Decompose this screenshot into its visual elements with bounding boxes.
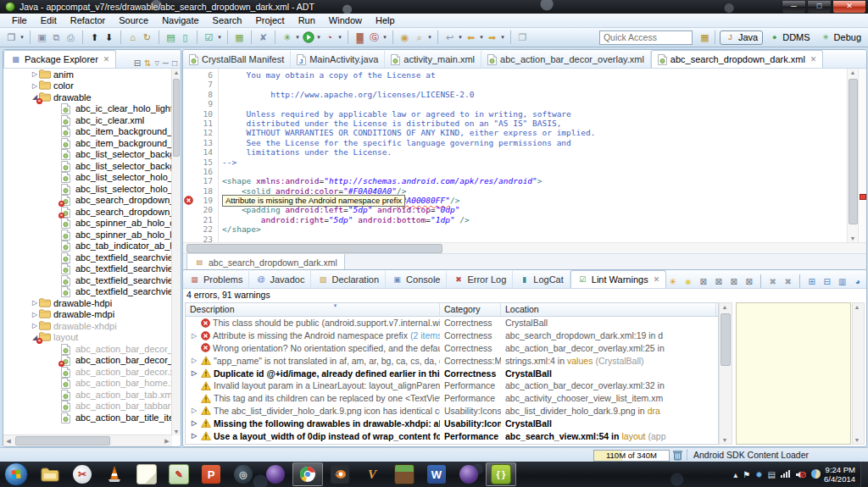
menu-source[interactable]: Source — [112, 14, 155, 26]
tree-item[interactable]: abc_item_background_holo — [3, 137, 172, 149]
tree-item[interactable]: abc_ic_clear_holo_light.xml — [3, 103, 172, 115]
perspective-java[interactable]: JJava — [720, 30, 763, 45]
collapsed-twistie-icon[interactable]: ▷ — [190, 357, 198, 364]
editor-tab[interactable]: JMainActivity.java — [291, 51, 385, 68]
lint-row[interactable]: ▷The abc_list_divider_holo_dark.9.png ic… — [186, 405, 718, 418]
tray-volume-muted-icon[interactable] — [795, 470, 806, 479]
menu-project[interactable]: Project — [248, 14, 291, 26]
export-icon[interactable]: ⬆ — [87, 30, 102, 45]
collapsed-twistie-icon[interactable]: ▷ — [190, 332, 198, 340]
lint-row[interactable]: ▷ — [186, 442, 718, 445]
tree-item[interactable]: abc_spinner_ab_holo_dark.x — [3, 218, 172, 230]
taskbar-app-steam[interactable]: ◎ — [228, 462, 259, 486]
search-icon[interactable]: ⌕ — [412, 30, 426, 45]
tray-up-icon[interactable]: ▴ — [733, 470, 737, 479]
tray-weather-icon[interactable] — [811, 469, 821, 480]
expand-all-icon[interactable]: ⊞ — [805, 275, 818, 288]
dropdown[interactable]: ▾ — [337, 34, 343, 41]
menu-window[interactable]: Window — [322, 14, 369, 26]
lint-row[interactable]: This class should be public (android.sup… — [186, 317, 718, 329]
columns-icon[interactable]: ▥ — [836, 275, 849, 288]
column-header-location[interactable]: Location — [501, 303, 716, 316]
run-gc-icon[interactable] — [673, 450, 682, 461]
lint-row[interactable]: This tag and its children can be replace… — [186, 392, 718, 405]
open-type-icon[interactable]: ◉ — [398, 30, 412, 45]
lint-row[interactable]: ▷Missing the following drawables in draw… — [186, 417, 718, 429]
structured-editor-tab[interactable]: ▤ abc_search_dropdown_dark.xml — [186, 254, 345, 271]
editor-horizontal-scrollbar[interactable] — [183, 242, 866, 254]
close-icon[interactable]: ✕ — [810, 55, 817, 64]
lint-row[interactable]: ▷Use a layout_width of 0dip instead of w… — [186, 429, 718, 442]
panel-tab-problems[interactable]: ▦Problems — [183, 271, 249, 288]
taskbar-app-explorer[interactable] — [35, 462, 65, 486]
taskbar-app-minecraft[interactable] — [389, 462, 420, 486]
tree-item[interactable]: ▷anim — [3, 69, 172, 80]
taskbar-app-vegas[interactable]: V — [357, 462, 387, 486]
print-icon[interactable]: ⎙ — [64, 30, 78, 45]
taskbar-app-word[interactable]: W — [421, 462, 452, 486]
editor-tab[interactable]: abc_action_bar_decor_overlay.xml — [481, 51, 651, 68]
collapsed-twistie-icon[interactable]: ▷ — [31, 311, 39, 318]
menu-navigate[interactable]: Navigate — [155, 14, 205, 26]
lint-item-count-link[interactable]: (2 items) — [410, 330, 440, 340]
close-icon[interactable]: ✕ — [103, 55, 110, 64]
maximize-view-icon[interactable]: □ — [172, 58, 177, 68]
start-button[interactable] — [4, 462, 28, 486]
open-perspective-icon[interactable]: ▦ — [698, 30, 712, 45]
link-with-editor-icon[interactable]: ⇅ — [144, 58, 151, 68]
taskbar-app-eclipse[interactable] — [260, 462, 291, 486]
tree-item[interactable]: abc_item_background_holo — [3, 126, 172, 138]
tree-item[interactable]: abc_list_selector_backgrou — [3, 149, 172, 161]
close-window-button[interactable]: ✕ — [832, 1, 866, 14]
code-editor[interactable]: 67891011121314151617181920212223 You may… — [183, 69, 866, 242]
dropdown[interactable]: ▾ — [499, 34, 506, 41]
taskbar-app-vlc[interactable] — [99, 462, 130, 486]
taskbar-app-eclipse[interactable] — [453, 462, 484, 486]
overview-ruler[interactable] — [858, 69, 866, 242]
tree-item[interactable]: abc_textfield_searchview_ri — [3, 286, 172, 298]
menu-file[interactable]: File — [5, 14, 34, 26]
perspective-debug[interactable]: ✳Debug — [816, 30, 865, 45]
perspective-ddms[interactable]: ●DDMS — [765, 30, 814, 45]
remove-icon[interactable]: ✖ — [766, 275, 779, 288]
tree-item[interactable]: abc_textfield_searchview_h — [3, 263, 172, 275]
new-android-project-icon[interactable]: ▦ — [232, 30, 247, 45]
editor-vertical-scrollbar[interactable]: ▲ ▼ — [847, 69, 859, 242]
lint-table-scrollbar[interactable]: ▲ ▼ — [719, 302, 732, 445]
tab-package-explorer[interactable]: ▩ Package Explorer ✕ — [3, 50, 116, 68]
tree-item[interactable]: abc_action_bar_tabbar.xml — [3, 401, 172, 412]
tray-flag-icon[interactable]: ⚑ — [743, 470, 750, 479]
suppress-file-icon[interactable]: ⊠ — [697, 275, 709, 288]
debug-icon[interactable]: ✳ — [280, 30, 294, 45]
disconnect-icon[interactable]: ✘ — [256, 30, 270, 45]
avd-manager-icon[interactable]: ▯ — [178, 30, 192, 45]
tree-item[interactable]: abc_spinner_ab_holo_light.x — [3, 229, 172, 241]
options-icon[interactable]: ◕ — [851, 275, 864, 288]
suppress-all-icon[interactable]: ⊠ — [743, 275, 755, 288]
editor-tab[interactable]: abc_search_dropdown_dark.xml✕ — [651, 50, 824, 68]
lint-detail-scrollbar[interactable]: ▲ ▼ — [852, 302, 865, 445]
quick-access-input[interactable] — [599, 30, 693, 45]
run-icon[interactable] — [301, 30, 315, 45]
tree-item[interactable]: abc_textfield_searchview_h — [3, 252, 172, 263]
lint-row[interactable]: Wrong orientation? No orientation specif… — [186, 342, 718, 355]
minimize-view-icon[interactable]: ─ — [163, 58, 169, 68]
collapsed-twistie-icon[interactable]: ▷ — [190, 407, 198, 414]
dropdown[interactable]: ▾ — [19, 34, 25, 41]
collapsed-twistie-icon[interactable]: ▷ — [31, 299, 39, 307]
dropdown[interactable]: ▾ — [381, 34, 388, 41]
sdk-manager-icon[interactable]: ▤ — [164, 30, 178, 45]
build-all-icon[interactable]: ⌂ — [125, 30, 140, 45]
taskbar-app-chrome[interactable] — [292, 462, 323, 486]
taskbar-app-blender[interactable] — [325, 462, 355, 486]
remove-all-icon[interactable]: ✖ — [782, 275, 794, 288]
pin-editor-icon[interactable]: ❐ — [515, 30, 530, 45]
panel-tab-console[interactable]: ▣Console — [386, 271, 447, 288]
taskbar-app-braces-app[interactable]: { } — [486, 462, 516, 486]
tree-item[interactable]: ▷drawable-hdpi — [3, 297, 172, 309]
save-all-icon[interactable]: ⧉ — [49, 30, 64, 45]
menu-run[interactable]: Run — [292, 14, 322, 26]
junit-icon[interactable]: Ⓖ — [367, 30, 381, 45]
tree-item[interactable]: abc_action_bar_home.xml — [3, 378, 172, 390]
collapse-all-icon[interactable]: ⊟ — [821, 275, 833, 288]
